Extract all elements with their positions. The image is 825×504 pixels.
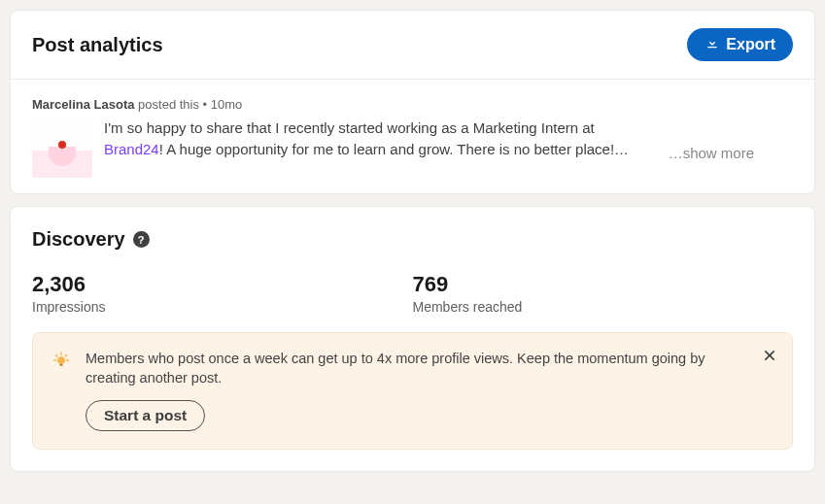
help-icon[interactable]: ?: [133, 231, 150, 248]
post-time-ago: 10mo: [211, 97, 243, 112]
show-more-link[interactable]: …show more: [669, 145, 754, 161]
tip-content: Members who post once a week can get up …: [86, 349, 774, 431]
lightbulb-icon: [51, 351, 72, 372]
svg-point-0: [57, 356, 65, 364]
page-title: Post analytics: [32, 34, 163, 56]
stat-value: 769: [413, 272, 794, 297]
card-header: Post analytics Export: [11, 11, 814, 80]
post-row: I'm so happy to share that I recently st…: [32, 118, 793, 178]
post-text: I'm so happy to share that I recently st…: [104, 118, 648, 160]
post-author[interactable]: Marcelina Lasota: [32, 97, 135, 112]
close-icon[interactable]: [761, 347, 778, 364]
post-mention[interactable]: Brand24: [104, 141, 159, 157]
post-body-before: I'm so happy to share that I recently st…: [104, 119, 595, 136]
stat-value: 2,306: [32, 272, 413, 297]
post-section: Marcelina Lasota posted this • 10mo I'm …: [11, 80, 814, 193]
export-label: Export: [726, 36, 775, 53]
tip-box: Members who post once a week can get up …: [32, 332, 793, 450]
post-meta: Marcelina Lasota posted this • 10mo: [32, 97, 793, 112]
svg-rect-1: [59, 364, 62, 366]
stat-impressions: 2,306 Impressions: [32, 272, 413, 315]
svg-line-5: [56, 355, 57, 356]
start-post-button[interactable]: Start a post: [86, 400, 205, 431]
download-icon: [705, 35, 720, 54]
post-thumbnail[interactable]: [32, 118, 92, 178]
post-analytics-card: Post analytics Export Marcelina Lasota p…: [10, 10, 815, 194]
stats-row: 2,306 Impressions 769 Members reached: [32, 272, 793, 315]
stat-members-reached: 769 Members reached: [413, 272, 794, 315]
discovery-header: Discovery ?: [32, 228, 793, 251]
stat-label: Members reached: [413, 299, 794, 315]
post-body-after: ! A huge opportunity for me to learn and…: [159, 141, 629, 157]
post-action-text: posted this •: [135, 97, 211, 112]
post-text-wrap: I'm so happy to share that I recently st…: [104, 118, 793, 160]
export-button[interactable]: Export: [687, 28, 793, 61]
stat-label: Impressions: [32, 299, 413, 315]
discovery-title: Discovery: [32, 228, 125, 251]
svg-line-6: [65, 355, 66, 356]
discovery-card: Discovery ? 2,306 Impressions 769 Member…: [10, 206, 815, 472]
tip-text: Members who post once a week can get up …: [86, 349, 707, 388]
